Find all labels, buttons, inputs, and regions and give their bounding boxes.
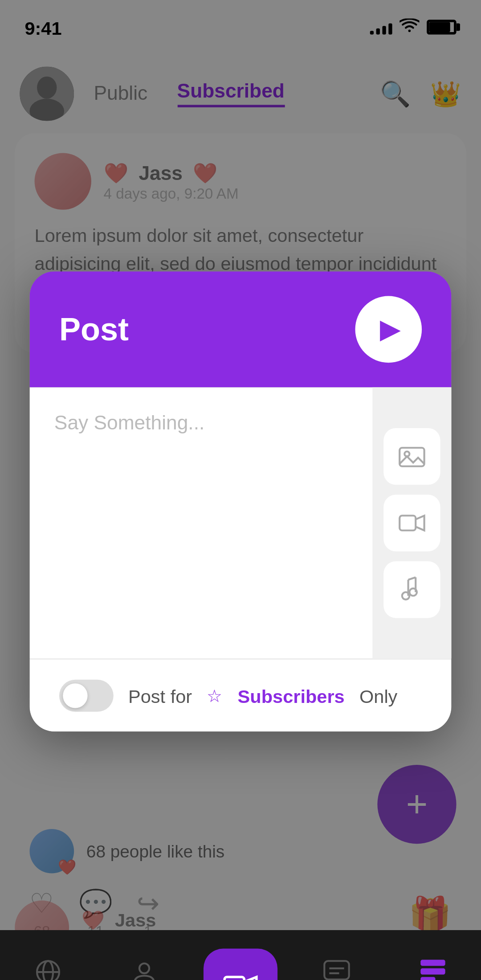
nav-public-icon [35, 959, 62, 980]
modal-footer: Post for ☆ Subscribers Only [29, 659, 451, 731]
svg-rect-19 [420, 960, 445, 966]
signal-bar-3 [382, 26, 386, 34]
toggle-knob [63, 683, 87, 708]
modal-body: Say Something... [29, 388, 451, 659]
svg-line-8 [408, 577, 416, 580]
status-time: 9:41 [24, 16, 61, 37]
media-buttons-panel [372, 388, 451, 659]
music-button[interactable] [383, 561, 440, 618]
nav-golive-button[interactable] [204, 949, 277, 980]
svg-rect-21 [420, 977, 435, 980]
signal-bar-2 [376, 29, 380, 35]
signal-bar-1 [370, 31, 374, 34]
svg-point-11 [37, 961, 59, 980]
post-placeholder: Say Something... [54, 412, 204, 434]
svg-point-14 [139, 964, 149, 973]
subscribers-label[interactable]: Subscribers [238, 685, 345, 706]
post-for-label: Post for [128, 685, 192, 706]
battery-fill [429, 22, 450, 32]
modal-header: Post ▶ [29, 271, 451, 387]
nav-feeds[interactable]: Feeds [385, 930, 481, 980]
star-icon: ☆ [207, 686, 223, 706]
signal-bars [370, 20, 392, 34]
nav-golive[interactable] [192, 949, 289, 980]
send-button[interactable]: ▶ [355, 296, 422, 363]
svg-point-9 [402, 592, 410, 600]
nav-chats-icon [323, 959, 351, 980]
svg-rect-5 [399, 516, 416, 531]
nav-foryou[interactable]: For You [96, 930, 192, 980]
photo-button[interactable] [383, 428, 440, 485]
wifi-icon [399, 18, 419, 37]
svg-rect-15 [224, 977, 244, 980]
bottom-nav: Public For You [0, 930, 481, 980]
post-modal: Post ▶ Say Something... [29, 271, 451, 731]
battery-icon [427, 20, 456, 34]
nav-feeds-icon [420, 959, 447, 980]
svg-rect-20 [420, 968, 445, 975]
svg-point-12 [43, 961, 53, 980]
nav-public[interactable]: Public [0, 930, 96, 980]
signal-bar-4 [388, 24, 392, 35]
status-bar: 9:41 [0, 0, 481, 54]
nav-foryou-icon [131, 959, 158, 980]
video-button[interactable] [383, 494, 440, 551]
only-label: Only [359, 685, 397, 706]
nav-chats[interactable]: Chats [289, 930, 385, 980]
post-text-area[interactable]: Say Something... [29, 388, 372, 659]
subscribers-only-toggle[interactable] [59, 680, 114, 712]
svg-rect-3 [399, 448, 424, 466]
modal-title: Post [59, 310, 129, 348]
send-icon: ▶ [380, 313, 401, 345]
svg-rect-16 [324, 961, 349, 980]
